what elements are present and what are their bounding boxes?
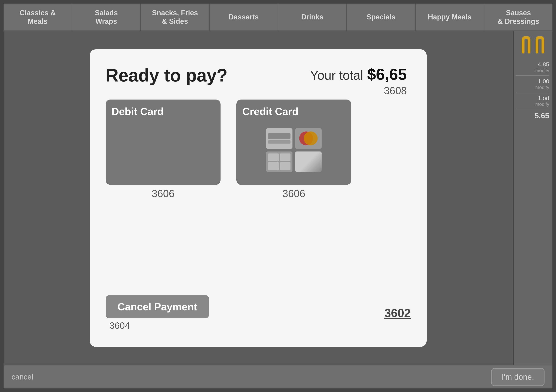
total-area: Your total $6,65 3608 bbox=[310, 65, 407, 97]
cancel-wrapper: Cancel Payment 3604 bbox=[106, 295, 209, 331]
done-button[interactable]: I'm done. bbox=[491, 368, 545, 386]
debit-card-wrapper: Debit Card 3606 bbox=[106, 100, 221, 199]
sidebar-modify-2[interactable]: modify bbox=[535, 85, 549, 90]
nav-sauces[interactable]: Sauses& Dressings bbox=[484, 4, 552, 31]
sidebar-price-3: 1.od bbox=[538, 95, 549, 102]
debit-card[interactable]: Debit Card bbox=[106, 100, 221, 185]
credit-card-label: Credit Card bbox=[242, 105, 345, 117]
credit-card-wrapper: Credit Card bbox=[236, 100, 351, 199]
nav-happy[interactable]: Happy Meals bbox=[416, 4, 485, 31]
nav-salads[interactable]: SaladsWraps bbox=[72, 4, 141, 31]
nav-desserts[interactable]: Dasserts bbox=[210, 4, 278, 31]
sidebar-modify-1[interactable]: modify bbox=[535, 68, 549, 73]
sidebar-items: 4.85 modify 1.00 modify 1.od modify 5.65 bbox=[514, 57, 552, 124]
mastercard-icon bbox=[295, 128, 322, 149]
right-sidebar: 4.85 modify 1.00 modify 1.od modify 5.65 bbox=[513, 31, 552, 365]
total-ref: 3608 bbox=[384, 85, 407, 97]
card-curve-icon bbox=[295, 151, 322, 172]
sidebar-modify-3[interactable]: modify bbox=[535, 102, 549, 107]
top-nav: Classics &Meals SaladsWraps Snacks, Frie… bbox=[4, 4, 552, 31]
mcdonalds-logo bbox=[521, 35, 545, 55]
sidebar-grand-total: 5.65 bbox=[535, 112, 549, 120]
sidebar-item-2: 1.00 modify bbox=[516, 78, 549, 92]
bottom-cancel-label[interactable]: cancel bbox=[11, 373, 33, 381]
nav-specials[interactable]: Specials bbox=[347, 4, 416, 31]
credit-card-ref: 3606 bbox=[282, 188, 305, 199]
main-area: Ready to pay? Your total $6,65 3608 Debi… bbox=[4, 31, 513, 365]
nav-classics[interactable]: Classics &Meals bbox=[4, 4, 72, 31]
bottom-ref: 3602 bbox=[384, 306, 411, 320]
sidebar-item-3: 1.od modify bbox=[516, 95, 549, 109]
card-stripe-icon bbox=[266, 128, 293, 149]
total-amount: $6,65 bbox=[367, 65, 407, 84]
nav-drinks[interactable]: Drinks bbox=[278, 4, 347, 31]
sidebar-item-1: 4.85 modify bbox=[516, 61, 549, 76]
credit-card[interactable]: Credit Card bbox=[236, 100, 351, 185]
total-line: Your total $6,65 bbox=[310, 65, 407, 84]
modal-bottom: Cancel Payment 3604 3602 bbox=[106, 295, 411, 331]
arches-icon bbox=[521, 36, 545, 54]
outer-frame: Classics &Meals SaladsWraps Snacks, Frie… bbox=[0, 0, 556, 392]
payment-modal: Ready to pay? Your total $6,65 3608 Debi… bbox=[90, 49, 427, 347]
cancel-ref: 3604 bbox=[109, 320, 130, 331]
cancel-payment-button[interactable]: Cancel Payment bbox=[106, 295, 209, 318]
bottom-bar: cancel I'm done. bbox=[4, 365, 552, 388]
debit-card-ref: 3606 bbox=[152, 188, 175, 199]
sidebar-price-1: 4.85 bbox=[538, 61, 549, 68]
sidebar-price-2: 1.00 bbox=[538, 78, 549, 85]
total-label: Your total bbox=[310, 68, 363, 83]
card-grid-icon bbox=[266, 151, 293, 172]
debit-card-label: Debit Card bbox=[112, 105, 215, 117]
cards-row: Debit Card 3606 Credit Card bbox=[106, 100, 411, 199]
nav-snacks[interactable]: Snacks, Fries& Sides bbox=[141, 4, 210, 31]
